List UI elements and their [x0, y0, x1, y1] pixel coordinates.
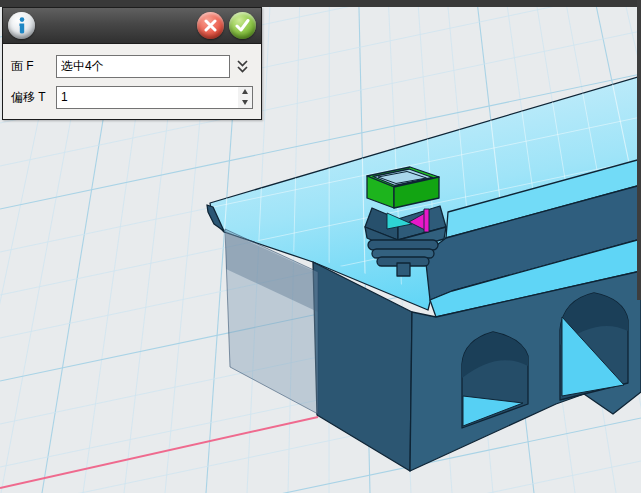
stem-cylinder — [397, 263, 410, 276]
arch-cutout-2 — [560, 293, 628, 400]
face-selection-input[interactable] — [56, 55, 230, 78]
expand-selection-button[interactable] — [232, 55, 253, 77]
check-mark-icon — [235, 19, 250, 32]
app-top-edge — [0, 0, 641, 7]
increment-button[interactable] — [238, 87, 252, 98]
feature-command-dialog: 面 F 偏移 T — [2, 7, 262, 120]
info-glyph — [16, 17, 28, 35]
decrement-button[interactable] — [238, 97, 252, 108]
face-field-label: 面 F — [11, 58, 56, 75]
dialog-body: 面 F 偏移 T — [3, 44, 261, 119]
confirm-button[interactable] — [229, 12, 256, 39]
triangle-up-icon — [242, 89, 248, 94]
offset-arrow-bar[interactable] — [424, 209, 429, 232]
offset-row: 偏移 T — [11, 85, 253, 109]
offset-stepper — [56, 86, 253, 109]
cancel-button[interactable] — [197, 12, 224, 39]
stepper-buttons — [238, 87, 252, 108]
offset-field-label: 偏移 T — [11, 89, 56, 106]
double-chevron-down-icon — [236, 59, 249, 74]
panel-edge — [637, 0, 641, 300]
info-icon[interactable] — [8, 12, 35, 39]
x-mark-icon — [204, 19, 217, 32]
offset-value-input[interactable] — [56, 86, 253, 109]
application-window: 面 F 偏移 T — [0, 0, 641, 493]
triangle-down-icon — [242, 100, 248, 105]
face-selection-row: 面 F — [11, 54, 253, 78]
dialog-header — [3, 8, 261, 44]
x-axis-line — [0, 417, 318, 488]
